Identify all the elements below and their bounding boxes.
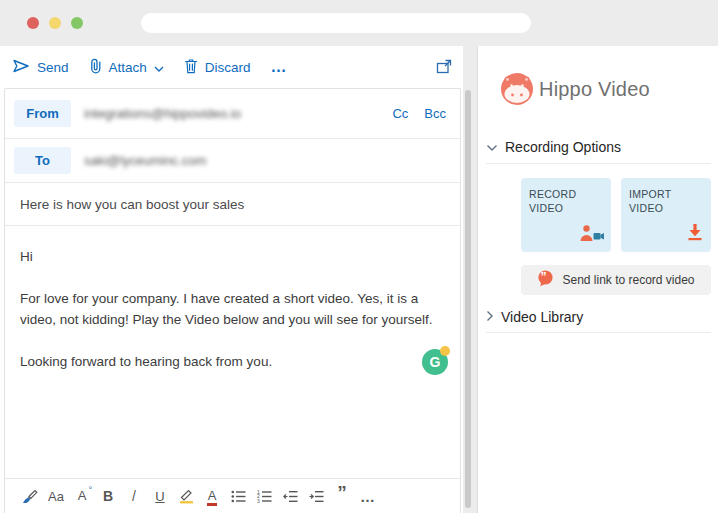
divider — [486, 332, 711, 333]
chevron-down-icon — [486, 138, 498, 156]
grammarly-icon[interactable]: G — [422, 349, 448, 375]
send-icon — [12, 58, 30, 77]
hippo-logo-icon — [500, 72, 534, 106]
bcc-button[interactable]: Bcc — [424, 106, 446, 121]
from-row: From integrations@hippovideo.io Cc Bcc — [5, 89, 460, 139]
app-window: Send Attach Discard … — [0, 0, 718, 513]
browser-titlebar — [0, 0, 718, 46]
import-video-card[interactable]: IMPORT VIDEO — [621, 178, 711, 252]
section-label: Recording Options — [505, 139, 621, 155]
body-paragraph-1: For love for your company. I have create… — [20, 288, 444, 330]
cc-button[interactable]: Cc — [392, 106, 408, 121]
send-link-label: Send link to record video — [562, 273, 694, 287]
more-commands-button[interactable]: … — [271, 58, 288, 76]
grammarly-badge-dot — [440, 346, 450, 356]
discard-label: Discard — [205, 60, 251, 75]
from-button[interactable]: From — [14, 100, 71, 127]
subject-text: Here is how you can boost your sales — [20, 197, 244, 212]
attach-label: Attach — [109, 60, 147, 75]
scrollbar-track — [463, 46, 477, 513]
send-button[interactable]: Send — [12, 58, 69, 77]
subject-field[interactable]: Here is how you can boost your sales — [5, 183, 460, 226]
more-formatting-button[interactable]: … — [359, 485, 377, 507]
compose-card: From integrations@hippovideo.io Cc Bcc T… — [4, 88, 461, 513]
window-close-button[interactable] — [27, 17, 39, 29]
section-recording-options[interactable]: Recording Options — [486, 138, 621, 156]
chevron-down-icon — [154, 60, 164, 75]
highlight-icon[interactable] — [177, 485, 195, 507]
to-button[interactable]: To — [14, 147, 71, 174]
svg-text:3: 3 — [257, 497, 260, 502]
scrollbar-thumb[interactable] — [465, 90, 471, 508]
divider — [486, 163, 711, 164]
underline-button[interactable]: U — [151, 485, 169, 507]
body-greeting: Hi — [20, 246, 444, 267]
attach-icon — [89, 58, 102, 77]
import-video-label: IMPORT VIDEO — [629, 187, 683, 215]
discard-button[interactable]: Discard — [184, 58, 251, 77]
italic-button[interactable]: / — [125, 485, 143, 507]
record-video-label: RECORD VIDEO — [529, 187, 583, 215]
speech-bubble-icon: ” — [537, 269, 554, 291]
section-video-library[interactable]: Video Library — [486, 308, 583, 326]
attach-button[interactable]: Attach — [89, 58, 164, 77]
svg-text:”: ” — [541, 270, 547, 284]
hippo-video-panel: Hippo Video Recording Options RECORD VID… — [477, 46, 718, 513]
section-label: Video Library — [501, 309, 583, 325]
from-address[interactable]: integrations@hippovideo.io — [84, 106, 241, 121]
popout-icon — [436, 60, 452, 77]
format-painter-icon[interactable] — [21, 485, 39, 507]
formatting-toolbar: Aa A ° B / U A 123 — [5, 478, 460, 513]
outdent-icon[interactable] — [281, 485, 299, 507]
address-bar[interactable] — [141, 13, 531, 33]
indent-icon[interactable] — [307, 485, 325, 507]
popout-button[interactable] — [436, 59, 452, 78]
send-link-to-record-button[interactable]: ” Send link to record video — [521, 265, 711, 295]
compose-pane: Send Attach Discard … — [0, 46, 463, 513]
record-video-icon — [580, 224, 604, 245]
window-minimize-button[interactable] — [49, 17, 61, 29]
discard-icon — [184, 58, 198, 77]
bold-button[interactable]: B — [99, 485, 117, 507]
panel-title: Hippo Video — [539, 78, 650, 101]
to-row: To saki@lyceuminc.com — [5, 139, 460, 183]
body-paragraph-2: Looking forward to hearing back from you… — [20, 351, 444, 372]
record-video-card[interactable]: RECORD VIDEO — [521, 178, 611, 252]
window-zoom-button[interactable] — [71, 17, 83, 29]
bullet-list-icon[interactable] — [229, 485, 247, 507]
font-icon[interactable]: Aa — [47, 485, 65, 507]
chevron-right-icon — [486, 308, 494, 326]
compose-command-bar: Send Attach Discard … — [0, 46, 463, 88]
quote-button[interactable]: ” — [333, 485, 351, 507]
send-label: Send — [37, 60, 69, 75]
numbered-list-icon[interactable]: 123 — [255, 485, 273, 507]
import-video-icon — [686, 223, 704, 245]
to-address[interactable]: saki@lyceuminc.com — [84, 153, 206, 168]
font-size-icon[interactable]: A ° — [73, 485, 91, 507]
font-color-button[interactable]: A — [203, 485, 221, 507]
message-body-editor[interactable]: Hi For love for your company. I have cre… — [5, 226, 460, 478]
